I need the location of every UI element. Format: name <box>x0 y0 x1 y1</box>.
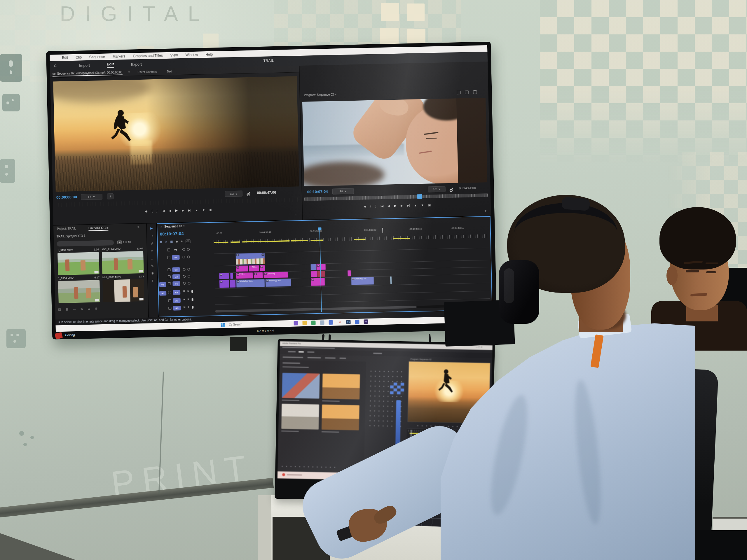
mute-button[interactable]: M <box>183 306 185 308</box>
extract-icon[interactable]: ▼ <box>202 208 205 211</box>
step-back-icon[interactable]: ◀ <box>387 204 390 207</box>
timeline-clip[interactable]: fx <box>236 265 248 272</box>
source-patch-audio[interactable]: A1 <box>159 291 166 296</box>
solo-button[interactable]: S <box>188 298 189 300</box>
solo-button[interactable]: S <box>187 290 189 292</box>
browser-icon[interactable] <box>311 321 315 325</box>
timeline-clip[interactable]: TTO...fx <box>236 272 253 279</box>
extract-icon[interactable]: ▼ <box>421 203 424 207</box>
chat-app-icon[interactable] <box>293 321 298 325</box>
clip-filename[interactable]: 1_9159.MOV <box>57 248 73 252</box>
track-name-A3[interactable]: A3 <box>173 306 181 311</box>
windows-start-icon[interactable] <box>221 323 225 327</box>
menu-item-markers[interactable]: Markers <box>113 54 126 59</box>
go-to-in-icon[interactable]: |◀ <box>381 204 384 207</box>
track-name-V1[interactable]: V1 <box>173 281 180 286</box>
track-name-V3[interactable]: V3 <box>172 267 180 272</box>
timeline-clip[interactable]: fx <box>260 265 265 271</box>
razor-tool[interactable]: ◇ <box>151 249 153 253</box>
sort-icon[interactable]: ⇅ <box>80 307 83 310</box>
mark-in-icon[interactable]: { <box>370 205 371 208</box>
step-forward-icon[interactable]: ▶ <box>401 204 403 207</box>
timeline-clip[interactable]: WhatsApp Vid...fx <box>351 277 374 285</box>
snap-icon[interactable]: ∩ <box>165 240 167 243</box>
timeline-clip[interactable]: fx <box>219 280 229 288</box>
tab-bin[interactable]: Bin: VIDEO 1 ≡ <box>88 226 108 231</box>
clip-filename[interactable]: MVI_9174.MOV <box>102 248 121 251</box>
button-editor-plus-icon[interactable]: + <box>484 209 487 213</box>
project-clip-thumbnail[interactable] <box>58 280 100 303</box>
menu-item-edit[interactable]: Edit <box>62 55 68 59</box>
tab-overflow-icon[interactable]: » <box>137 225 139 229</box>
source-resolution-select[interactable]: 1/2∨ <box>225 190 242 196</box>
clip-filename[interactable]: MVI_8933.MOV <box>102 276 121 279</box>
panel-menu-icon[interactable]: ≡ <box>128 71 130 74</box>
comparison-view-icon[interactable] <box>473 90 477 94</box>
timeline-clip[interactable] <box>317 271 325 277</box>
mute-button[interactable]: M <box>183 290 185 292</box>
mic-icon[interactable] <box>191 290 193 293</box>
track-name-A2[interactable]: A2 <box>173 298 181 303</box>
track-lock-icon[interactable] <box>168 275 171 278</box>
timeline-tab[interactable]: Sequence 02 ≡ <box>164 224 185 229</box>
tab-text[interactable]: Text <box>166 70 172 73</box>
timeline-clip[interactable]: fx <box>254 272 263 278</box>
timeline-clip[interactable] <box>230 273 233 279</box>
project-clip-thumbnail[interactable] <box>102 251 144 274</box>
menu-item-sequence[interactable]: Sequence <box>89 55 105 59</box>
source-zoom-select[interactable]: Fit∨ <box>81 194 102 200</box>
go-to-out-icon[interactable]: ▶| <box>407 204 410 207</box>
list-view-icon[interactable]: ▤ <box>58 308 61 311</box>
menu-item-window[interactable]: Window <box>186 53 198 57</box>
track-name-V5[interactable]: V5 <box>172 247 179 252</box>
timeline-clip[interactable]: fx <box>316 264 326 270</box>
export-frame-icon[interactable]: ▣ <box>428 203 431 207</box>
go-to-out-icon[interactable]: ▶| <box>188 209 191 212</box>
track-lock-icon[interactable] <box>167 248 170 251</box>
add-marker-icon[interactable]: ◆ <box>145 209 147 213</box>
nest-icon[interactable]: ▩ <box>159 240 162 243</box>
timeline-clip[interactable] <box>230 280 236 288</box>
program-resolution-select[interactable]: 1/2∨ <box>428 186 445 192</box>
selection-tool[interactable]: ▶ <box>150 226 153 230</box>
menu-item-clip[interactable]: Clip <box>76 55 82 59</box>
export-frame-icon[interactable] <box>457 91 460 94</box>
slip-tool[interactable]: ↔ <box>151 257 154 260</box>
delete-icon[interactable]: ⊗ <box>95 307 98 310</box>
photoshop-icon[interactable]: Ps <box>346 320 351 324</box>
go-to-in-icon[interactable]: |◀ <box>162 209 165 212</box>
project-clip-thumbnail[interactable] <box>57 252 100 275</box>
icon-view-icon[interactable]: ▦ <box>66 308 69 311</box>
track-name-V4[interactable]: V4 <box>172 255 179 260</box>
timeline-clip[interactable]: WhatsApp Vid...fx <box>265 278 291 287</box>
taskbar-search[interactable]: Search <box>229 323 242 326</box>
hand-tool[interactable]: ✱ <box>151 271 154 275</box>
timeline-clip[interactable]: fx <box>311 278 325 286</box>
app-blue-icon[interactable] <box>355 320 359 324</box>
linked-selection-icon[interactable]: ▦ <box>170 240 173 243</box>
track-lock-icon[interactable] <box>169 299 171 302</box>
share-icon[interactable] <box>465 90 469 94</box>
add-marker-icon[interactable]: ◆ <box>176 240 178 243</box>
timeline-clip[interactable]: A00... <box>249 265 259 271</box>
clip-filename[interactable]: 1_8934.MOV <box>58 276 74 280</box>
tab-effect-controls[interactable]: Effect Controls <box>138 70 157 74</box>
timeline-clip[interactable]: fxfx <box>235 253 265 265</box>
mic-icon[interactable] <box>192 306 194 309</box>
source-patch[interactable]: V1 <box>159 282 166 287</box>
lift-icon[interactable]: ▲ <box>414 204 417 207</box>
timeline-clip[interactable]: Continuity...fx <box>263 271 288 278</box>
type-tool[interactable]: T <box>152 279 154 283</box>
mute-button[interactable]: M <box>183 298 185 300</box>
track-lock-icon[interactable] <box>167 256 170 259</box>
timeline-clip[interactable] <box>390 276 392 284</box>
tab-project[interactable]: Project: TRAIL <box>57 227 76 231</box>
close-icon[interactable]: × <box>160 225 162 228</box>
menu-item-view[interactable]: View <box>171 53 178 57</box>
timeline-clip[interactable]: fx <box>219 273 229 279</box>
step-forward-icon[interactable]: ▶ <box>182 209 184 212</box>
mark-in-icon[interactable]: { <box>151 209 153 213</box>
timeline-clip[interactable]: WhatsApp Vid...fx <box>236 279 265 288</box>
zoom-slider-icon[interactable]: — <box>73 308 76 311</box>
project-clip-thumbnail[interactable] <box>102 279 145 302</box>
